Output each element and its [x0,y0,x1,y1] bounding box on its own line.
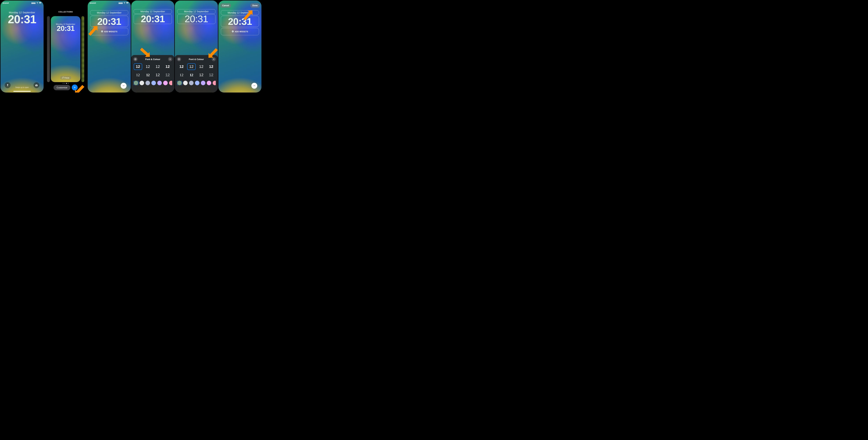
status-icons: ▮▮▮▮ [31,2,41,4]
plus-circle-icon [232,30,234,33]
colour-swatch[interactable] [213,81,216,85]
add-widgets-region[interactable]: ADD WIDGETS [221,28,259,35]
svg-point-13 [253,86,254,86]
colour-swatch[interactable] [207,81,211,85]
globe-icon[interactable] [177,57,181,61]
plus-circle-icon [101,30,103,33]
colour-swatch[interactable] [140,81,144,85]
font-option-outline-bold[interactable]: 12 [207,63,215,70]
signal-icon: ▮▮▮▮ [119,2,123,4]
wifi-icon [36,2,38,4]
add-widgets-label: ADD WIDGETS [104,31,118,33]
customise-button[interactable]: Customise [54,85,70,90]
clock-block: Monday 12 September 20:31 [51,23,81,32]
colour-swatch[interactable] [201,81,205,85]
date-edit-region[interactable]: Monday 12 September [134,9,172,14]
font-colour-sheet: Font & Colour 1212121212121212 [175,55,218,93]
panel-done: Cancel Done Monday 12 September 20:31 AD… [218,1,261,93]
font-option-light[interactable]: 12 [197,63,206,70]
font-option-thin[interactable]: 12 [153,72,162,78]
font-option-outline-bold[interactable]: 12 [163,63,172,70]
lockscreen-time: 20:31 [178,14,215,24]
colour-swatch[interactable] [189,81,193,85]
lockscreen-time: 20:31 [1,13,43,25]
page-indicator [44,83,87,84]
battery-icon [126,2,129,4]
font-grid: 1212121212121212 [133,63,172,78]
collections-header: COLLECTIONS [44,11,87,13]
font-option-light[interactable]: 12 [153,63,162,70]
font-grid: 1212121212121212 [177,63,216,78]
colour-swatch[interactable] [151,81,156,85]
colour-swatch[interactable] [177,81,182,85]
svg-rect-5 [128,3,129,3]
time-edit-region[interactable]: 20:31 [177,14,215,24]
colour-swatch[interactable] [183,81,188,85]
more-button[interactable] [121,83,127,89]
panel-gallery: COLLECTIONS Monday 12 September 20:31 Fo… [44,1,87,93]
date-edit-region[interactable]: Monday 12 September [90,10,128,15]
clock-block: Monday 12 September 20:31 [1,11,43,25]
date-edit-region[interactable]: Monday 12 September [177,9,215,14]
time-edit-region[interactable]: 20:31 [221,16,259,27]
colour-swatch[interactable] [195,81,199,85]
font-option-serif[interactable]: 12 [177,72,186,78]
clock-block: Monday 12 September 20:31 [177,9,215,24]
colour-row [133,81,172,85]
carrier-label: plusnet [3,2,9,4]
focus-button[interactable]: Focus [60,76,71,80]
font-option-outline[interactable]: 12 [207,72,215,78]
font-option-serif-bold[interactable]: 12 [187,72,196,78]
svg-point-14 [254,86,254,86]
cancel-button[interactable]: Cancel [220,3,231,8]
colour-swatch[interactable] [169,81,172,85]
time-edit-region[interactable]: 20:31 [134,14,172,24]
status-icons: ▮▮▮▮ [119,2,129,4]
font-option-serif-bold[interactable]: 12 [144,72,152,78]
lockscreen-time: 20:31 [134,14,172,24]
lockscreen-time: 20:31 [228,16,252,27]
font-option-outline[interactable]: 12 [163,72,172,78]
wallpaper-preview-current[interactable]: Monday 12 September 20:31 Focus [51,16,81,82]
svg-point-7 [123,86,123,86]
more-button[interactable] [251,83,257,89]
signal-icon: ▮▮▮▮ [31,2,36,4]
globe-icon[interactable] [133,57,137,61]
sheet-title: Font & Colour [181,58,212,61]
wallpaper-carousel[interactable]: Monday 12 September 20:31 Focus [44,16,87,82]
wifi-icon [123,2,126,4]
svg-point-9 [124,86,124,86]
font-option-thin[interactable]: 12 [197,72,206,78]
colour-swatch[interactable] [157,81,162,85]
carrier-label: plusnet [90,2,96,4]
colour-swatch[interactable] [163,81,168,85]
panel-lockscreen: plusnet ▮▮▮▮ Monday 12 September 20:31 S… [1,1,43,93]
colour-swatch[interactable] [146,81,150,85]
home-indicator[interactable] [13,91,31,92]
svg-rect-1 [39,2,41,3]
font-option-regular[interactable]: 12 [187,63,196,70]
colour-row [177,81,216,85]
lockscreen-time: 20:31 [51,25,81,32]
close-icon[interactable] [168,57,172,61]
focus-label: Focus [64,77,69,79]
panel-edit-mode: plusnet ▮▮▮▮ Monday 12 September 20:31 A… [88,1,131,93]
svg-point-8 [123,86,124,86]
wallpaper-preview-next[interactable] [82,16,84,82]
add-wallpaper-button[interactable]: + [72,85,78,90]
panel-font-sheet-2: Monday 12 September 20:31 Font & Colour … [175,1,218,93]
swipe-hint: Swipe up to open [1,87,43,88]
font-option-heavy[interactable]: 12 [177,63,186,70]
panel-font-sheet-1: Monday 12 September 20:31 Font & Colour … [131,1,174,93]
lockscreen-time: 20:31 [97,16,121,27]
status-bar: plusnet ▮▮▮▮ [88,2,131,4]
wallpaper-preview-prev[interactable] [47,16,50,82]
svg-point-15 [255,86,255,86]
add-widgets-label: ADD WIDGETS [235,31,248,33]
link-icon [62,77,64,79]
colour-swatch[interactable] [134,81,138,85]
done-button[interactable]: Done [250,3,260,8]
font-option-serif[interactable]: 12 [134,72,142,78]
font-option-heavy[interactable]: 12 [134,63,142,70]
font-option-regular[interactable]: 12 [144,63,152,70]
